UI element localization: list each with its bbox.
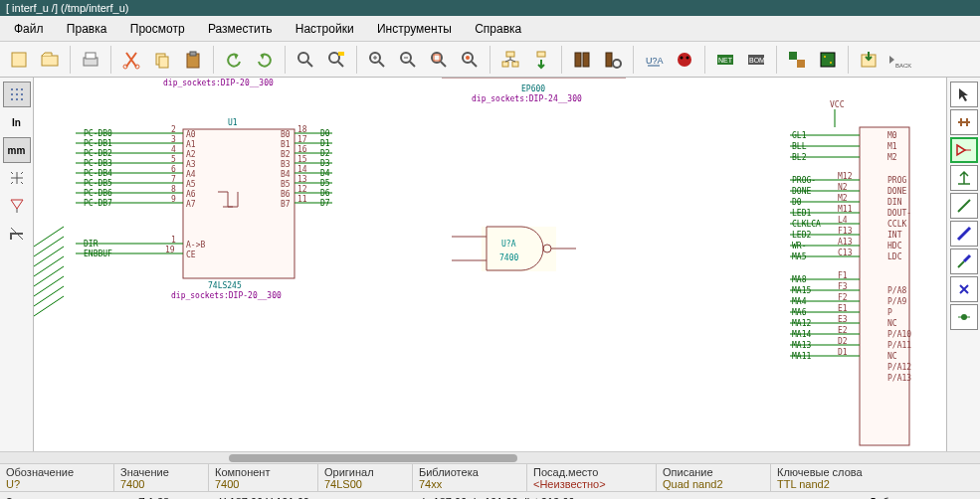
leave-sheet-button[interactable]	[527, 46, 555, 74]
library-browser-button[interactable]	[599, 46, 627, 74]
grid-toggle[interactable]	[3, 82, 31, 107]
footprint-label: Посад.место	[533, 466, 650, 478]
svg-text:N2: N2	[838, 183, 848, 192]
menu-place[interactable]: Разместить	[198, 22, 283, 36]
paste-button[interactable]	[179, 46, 207, 74]
svg-rect-16	[434, 55, 440, 61]
svg-text:D7: D7	[320, 199, 330, 208]
place-junction-tool[interactable]	[950, 304, 978, 330]
svg-text:B5: B5	[281, 180, 291, 189]
menu-file[interactable]: Файл	[4, 22, 54, 36]
back-button[interactable]: BACK	[885, 46, 913, 74]
place-component-tool[interactable]	[950, 137, 978, 163]
svg-rect-25	[606, 53, 612, 67]
svg-point-50	[21, 98, 23, 100]
svg-text:NET: NET	[718, 57, 733, 64]
status-load: Загрузка завершена...	[6, 496, 118, 500]
svg-point-39	[830, 62, 832, 64]
hidden-pins[interactable]	[3, 193, 31, 219]
redo-button[interactable]	[251, 46, 279, 74]
select-tool[interactable]	[950, 82, 978, 107]
svg-text:MA12: MA12	[792, 319, 811, 328]
component-info-bar: ОбозначениеU? Значение7400 Компонент7400…	[0, 463, 980, 491]
place-wire-tool[interactable]	[950, 193, 978, 219]
svg-text:P/A12: P/A12	[887, 363, 911, 372]
svg-text:C13: C13	[838, 249, 853, 257]
svg-text:MA8: MA8	[792, 275, 807, 284]
main-toolbar: U?A NET BOM BACK	[0, 42, 980, 78]
right-toolbar	[946, 78, 980, 451]
schematic-canvas[interactable]: dip_sockets:DIP-20__300 U1 PC-DB02A0 PC-…	[34, 78, 946, 451]
svg-line-130	[34, 296, 64, 316]
svg-text:GL1: GL1	[792, 131, 807, 140]
svg-point-47	[21, 93, 23, 95]
svg-text:D2: D2	[838, 337, 848, 346]
place-bus-tool[interactable]	[950, 221, 978, 247]
menu-settings[interactable]: Настройки	[286, 22, 364, 36]
svg-text:B6: B6	[281, 190, 291, 199]
svg-text:HDC: HDC	[887, 242, 902, 250]
component-value: 7400	[215, 478, 311, 490]
find-replace-button[interactable]	[322, 46, 350, 74]
svg-text:F1: F1	[838, 271, 848, 280]
svg-point-29	[681, 56, 684, 59]
svg-line-124	[34, 237, 64, 256]
svg-text:MA6: MA6	[792, 308, 807, 317]
zoom-fit-button[interactable]	[425, 46, 453, 74]
hierarchy-button[interactable]	[496, 46, 524, 74]
new-button[interactable]	[5, 46, 33, 74]
svg-rect-35	[789, 52, 797, 60]
library-editor-button[interactable]	[568, 46, 596, 74]
netlist-button[interactable]: NET	[711, 46, 739, 74]
bus-direction[interactable]	[3, 221, 31, 247]
svg-point-28	[678, 53, 691, 67]
status-bar: Загрузка завершена... Z 1,38 X 187,96 Y …	[0, 491, 980, 499]
print-button[interactable]	[77, 46, 104, 74]
svg-text:BOM: BOM	[749, 57, 765, 64]
svg-point-10	[298, 53, 308, 63]
horizontal-scrollbar[interactable]	[0, 451, 980, 463]
svg-text:D3: D3	[320, 159, 330, 168]
u1-footprint: dip_sockets:DIP-20__300	[171, 291, 282, 300]
zoom-out-button[interactable]	[394, 46, 422, 74]
highlight-net-tool[interactable]	[950, 109, 978, 135]
svg-rect-21	[512, 62, 518, 67]
cut-button[interactable]	[117, 46, 145, 74]
cursor-shape[interactable]	[3, 165, 31, 191]
status-dxdy: dx 187,96 dy 101,60 dist 213,66	[419, 496, 575, 500]
zoom-in-button[interactable]	[363, 46, 391, 74]
u1-body	[183, 129, 294, 278]
cvpcb-button[interactable]	[783, 46, 811, 74]
place-bus-entry-tool[interactable]	[950, 249, 978, 274]
svg-text:BLL: BLL	[792, 142, 807, 151]
u7a-gate[interactable]: U?A 7400	[452, 227, 576, 271]
units-inch[interactable]: In	[3, 109, 31, 135]
ep600-label: EP600	[521, 84, 545, 93]
pcbnew-button[interactable]	[814, 46, 842, 74]
svg-rect-7	[159, 57, 168, 68]
place-noconnect-tool[interactable]	[950, 276, 978, 302]
svg-line-129	[34, 286, 64, 306]
zoom-auto-button[interactable]	[456, 46, 484, 74]
svg-text:PROG-: PROG-	[792, 176, 816, 185]
import-button[interactable]	[855, 46, 882, 74]
svg-text:WR-: WR-	[792, 242, 806, 250]
place-power-tool[interactable]	[950, 165, 978, 191]
find-button[interactable]	[292, 46, 319, 74]
svg-text:B7: B7	[281, 200, 291, 209]
svg-text:LED2: LED2	[792, 231, 811, 240]
menu-edit[interactable]: Правка	[57, 22, 117, 36]
units-mm[interactable]: mm	[3, 137, 31, 163]
u1-right-pins: B018D0 B117D1 B216D2 B315D3 B414D4 B513D…	[281, 125, 332, 209]
erc-button[interactable]	[671, 46, 698, 74]
open-button[interactable]	[36, 46, 64, 74]
copy-button[interactable]	[148, 46, 176, 74]
bom-button[interactable]: BOM	[742, 46, 770, 74]
u1-ref: U1	[228, 118, 238, 127]
annotate-button[interactable]: U?A	[640, 46, 668, 74]
menu-help[interactable]: Справка	[465, 22, 531, 36]
svg-text:MA14: MA14	[792, 330, 811, 339]
menu-tools[interactable]: Инструменты	[367, 22, 462, 36]
menu-view[interactable]: Просмотр	[120, 22, 195, 36]
undo-button[interactable]	[220, 46, 248, 74]
